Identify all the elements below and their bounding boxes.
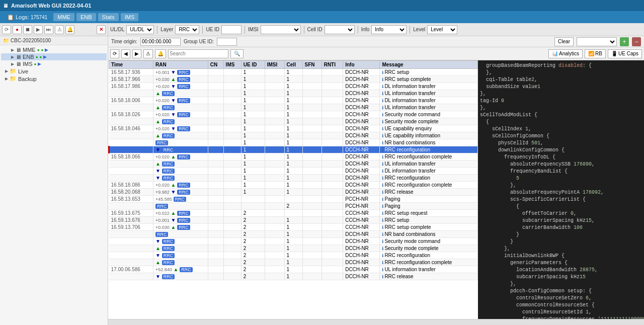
cell-time <box>109 231 153 238</box>
logs-menu-item[interactable]: 📋 Logs: 175741 <box>3 13 51 22</box>
level-select[interactable]: Level <box>427 25 457 34</box>
table-row[interactable]: RRC 2 PCCH-NR ℹPaging <box>109 203 478 210</box>
cell-cn <box>208 160 223 168</box>
tree-item-enb[interactable]: ▶ 🖥 ENB ● ● ▶ <box>1 53 107 60</box>
time-origin-input[interactable] <box>140 38 181 46</box>
fwd-button[interactable]: ▶ <box>132 49 141 58</box>
cell-cell <box>284 196 302 203</box>
warning-button[interactable]: ⚠ <box>55 25 64 34</box>
ims-menu-item[interactable]: IMS <box>121 13 139 21</box>
add-button[interactable]: + <box>620 37 629 46</box>
table-row[interactable]: 16.58.18.026 +0.020 ▼ RRC 1 1 DCCH-NR ℹS… <box>109 111 478 118</box>
warning-nav-button[interactable]: ⚠ <box>143 49 153 58</box>
bell-button[interactable]: 🔔 <box>65 25 74 34</box>
cell-sfn <box>302 273 321 280</box>
search-icon-button[interactable]: 🔍 <box>230 49 244 58</box>
tree-arrow-ims: ▶ <box>11 62 14 66</box>
table-row[interactable]: 16.58.18.086 +0.020 ▲ RRC 1 1 DCCH-NR ℹR… <box>109 182 478 189</box>
cell-id-select[interactable] <box>325 25 355 34</box>
table-row[interactable]: 16.58.17.966 +0.030 ▲ RRC 1 1 DCCH-NR ℹR… <box>109 76 478 83</box>
ul-dl-select[interactable]: UL/DLULDL <box>126 25 154 34</box>
table-row[interactable]: ▼ RRC 2 1 DCCH-NR ℹSecurity mode command <box>109 238 478 245</box>
table-row[interactable]: ▲ RRC 1 1 DCCH-NR ℹUE capability informa… <box>109 132 478 139</box>
table-row[interactable]: RRC 1 1 DCCH-NR ℹNR band combinations <box>109 139 478 146</box>
cell-ran: RRC <box>153 139 208 146</box>
table-row[interactable]: ▼ RRC 1 1 DCCH-NR ℹRRC reconfiguration <box>109 175 478 182</box>
table-row[interactable]: 16.58.13.653 +45.585 RRC PCCH-NR ℹPaging <box>109 196 478 203</box>
analytics-button[interactable]: 📊 Analytics <box>548 49 583 58</box>
table-row[interactable]: ▲ RRC 1 1 DCCH-NR ℹSecurity mode complet… <box>109 118 478 125</box>
minus-button[interactable]: − <box>632 37 641 46</box>
close-panel-button[interactable]: ✕ <box>97 25 106 34</box>
table-row[interactable]: 16.58.17.986 +0.020 ▼ RRC 1 1 DCCH-NR ℹD… <box>109 83 478 90</box>
table-row[interactable]: ▼ RRC 2 1 DCCH-NR ℹRRC reconfiguration <box>109 252 478 259</box>
cell-info: DCCH-NR <box>343 111 380 118</box>
imsi-select[interactable] <box>261 25 301 34</box>
clear-button[interactable]: Clear <box>554 37 574 46</box>
tree-item-ims[interactable]: ▶ 🖥 IMS ● ▶ <box>1 60 107 67</box>
clear-select[interactable] <box>577 37 617 46</box>
table-row[interactable]: 16.58.18.066 +0.020 ▲ RRC 1 1 DCCH-NR ℹR… <box>109 153 478 160</box>
table-row[interactable]: 16.59.13.706 +0.030 ▲ RRC 2 1 CCCH-NR ℹR… <box>109 224 478 231</box>
cell-ims <box>223 132 241 139</box>
table-row[interactable]: 16.58.17.936 +0.001 ▼ RRC 1 1 DCCH-NR ℹR… <box>109 69 478 76</box>
cell-sfn <box>302 76 321 83</box>
play-button[interactable]: ▶ <box>34 25 43 34</box>
cell-info: DCCH-NR <box>343 146 380 153</box>
tree: ▶ 🖥 MME ● ● ▶ ▶ 🖥 ENB ● ● ▶ ▶ 🖥 IMS ● ▶ <box>0 45 108 325</box>
table-row[interactable]: 17.00.06.586 +52.840 ▲ RRC 2 1 DCCH-NR ℹ… <box>109 266 478 273</box>
cell-message: ℹDL information transfer <box>380 97 478 104</box>
table-row[interactable]: ▲ RRC 1 1 DCCH-NR ℹUL information transf… <box>109 90 478 97</box>
refresh-button[interactable]: ⟳ <box>2 25 11 34</box>
cell-sfn <box>302 238 321 245</box>
table-row[interactable]: ▲ RRC 2 1 DCCH-NR ℹRRC reconfiguration c… <box>109 259 478 266</box>
ue-caps-button[interactable]: 📱 UE Caps <box>608 49 642 58</box>
stop-button[interactable]: ⏹ <box>23 25 32 34</box>
ue-id-input[interactable] <box>221 25 242 34</box>
table-row[interactable]: ▼ RRC 1 1 DCCH-NR ℹRRC reconfiguration <box>109 146 478 153</box>
cell-imsi <box>265 168 284 175</box>
cell-imsi <box>265 210 284 217</box>
table-row[interactable]: 16.58.20.068 +9.982 ▼ RRC 1 1 DCCH-NR ℹR… <box>109 189 478 196</box>
tree-item-mme[interactable]: ▶ 🖥 MME ● ● ▶ <box>1 46 107 53</box>
cell-ran: ▼ RRC <box>153 146 208 153</box>
stats-menu-item[interactable]: Stats <box>98 13 119 21</box>
table-row[interactable]: 16.59.13.675 +0.022 ▲ RRC 2 CCCH-NR ℹRRC… <box>109 210 478 217</box>
cell-time: 16.59.13.675 <box>109 210 153 217</box>
group-ue-input[interactable] <box>217 38 237 46</box>
cell-ims <box>223 146 241 153</box>
cell-rnti <box>321 132 343 139</box>
tree-item-backup[interactable]: ▶ 📁 Backup <box>1 75 107 83</box>
code-panel[interactable]: groupBasedBeamReporting disabled: { }, c… <box>478 60 644 319</box>
table-row[interactable]: 16.58.18.006 +0.020 ▼ RRC 1 1 DCCH-NR ℹD… <box>109 97 478 104</box>
app-title: Amarisoft Web GUI 2022-04-01 <box>11 3 91 9</box>
search-input[interactable] <box>168 49 228 58</box>
cell-ims <box>223 111 241 118</box>
cell-info: DCCH-NR <box>343 139 380 146</box>
mme-menu-item[interactable]: MME <box>53 13 74 21</box>
table-row[interactable]: 16.58.18.046 +0.020 ▼ RRC 1 1 DCCH-NR ℹU… <box>109 125 478 132</box>
table-row[interactable]: ▲ RRC 1 1 DCCH-NR ℹUL information transf… <box>109 104 478 111</box>
table-row[interactable]: ▲ RRC 1 1 DCCH-NR ℹUL information transf… <box>109 160 478 168</box>
layer-select[interactable]: RRCNASALL <box>175 25 199 34</box>
enb-menu-item[interactable]: ENB <box>76 13 96 21</box>
cell-ran: ▼ RRC <box>153 238 208 245</box>
rb-button[interactable]: 📶 RB <box>585 49 606 58</box>
table-row[interactable]: 16.59.13.676 +0.001 ▼ RRC 2 1 CCCH-NR ℹR… <box>109 217 478 224</box>
bottom-scrollbar[interactable] <box>108 319 644 325</box>
table-area[interactable]: Time RAN CN IMS UE ID IMSI Cell SFN RNTI… <box>108 60 478 319</box>
prev-button[interactable]: ◀ <box>121 49 130 58</box>
table-row[interactable]: ▲ RRC 2 1 DCCH-NR ℹSecurity mode complet… <box>109 245 478 252</box>
cell-sfn <box>302 132 321 139</box>
bell-nav-button[interactable]: 🔔 <box>155 49 166 58</box>
table-row[interactable]: ▼ RRC 2 1 DCCH-NR ℹRRC release <box>109 273 478 280</box>
cell-time: 16.58.20.068 <box>109 189 153 196</box>
info-select[interactable]: Info <box>371 25 407 34</box>
table-row[interactable]: RRC 2 1 DCCH-NR ℹNR band combinations <box>109 231 478 238</box>
tree-item-live[interactable]: ▶ 📁 Live <box>1 67 107 75</box>
table-row[interactable]: ▼ RRC 1 1 DCCH-NR ℹDL information transf… <box>109 168 478 175</box>
record-button[interactable]: ● <box>13 25 22 34</box>
back-nav-button[interactable]: ⟳ <box>110 49 119 58</box>
cell-cell: 1 <box>284 132 302 139</box>
next-button[interactable]: ⏭ <box>44 25 53 34</box>
